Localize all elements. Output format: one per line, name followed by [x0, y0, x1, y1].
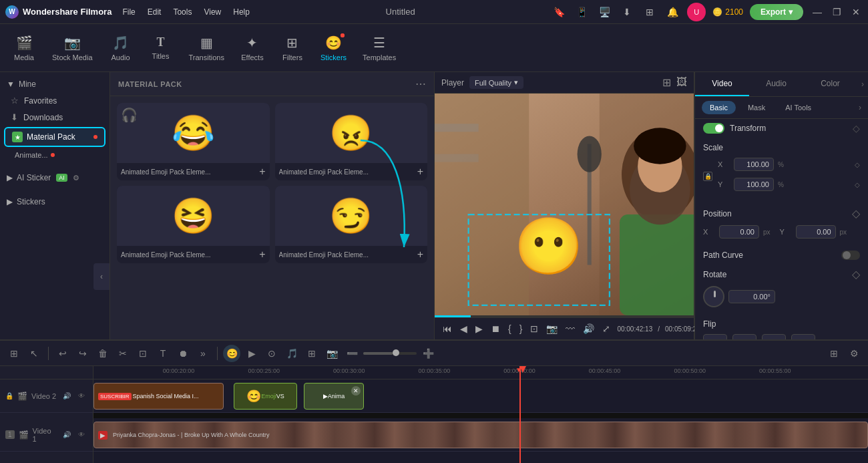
downloads-item[interactable]: ⬇ Downloads — [0, 109, 110, 126]
clip-video2b[interactable]: 😊 Emoji VS — [234, 383, 297, 410]
frame-back-icon[interactable]: ◀ — [459, 322, 469, 335]
toolbar-effects[interactable]: ✦ Effects — [234, 31, 271, 65]
flip-alt2-button[interactable]: ⬚ — [791, 334, 815, 339]
tl-cut-icon[interactable]: ✂ — [114, 345, 132, 362]
menu-file[interactable]: File — [122, 7, 135, 17]
grid-view-icon[interactable]: ⊞ — [662, 76, 671, 89]
snapshot-icon[interactable]: 📷 — [545, 322, 559, 335]
stop-icon[interactable]: ⏹ — [489, 322, 501, 335]
sticker-item-2[interactable]: 😠 Animated Emoji Pack Eleme... + — [275, 103, 428, 180]
sub-tabs-more-icon[interactable]: › — [859, 103, 861, 112]
menu-edit[interactable]: Edit — [148, 7, 162, 17]
tl-text-icon[interactable]: T — [154, 345, 172, 362]
toolbar-templates[interactable]: ☰ Templates — [356, 31, 403, 65]
tl-stabilize-icon[interactable]: ⊙ — [263, 345, 280, 362]
tl-camera-icon[interactable]: 📷 — [323, 345, 341, 362]
player-quality-selector[interactable]: Full Quality ▾ — [469, 76, 523, 89]
rotate-keyframe-icon[interactable]: ◇ — [852, 268, 860, 281]
monitor-icon[interactable]: 🖥️ — [596, 4, 612, 20]
tabs-chevron-icon[interactable]: › — [857, 73, 868, 96]
position-keyframe-icon[interactable]: ◇ — [852, 207, 860, 220]
set-in-icon[interactable]: { — [507, 322, 513, 335]
rotate-input[interactable] — [728, 290, 775, 303]
video1-speaker-icon[interactable]: 🔊 — [61, 429, 73, 441]
clip-video2a[interactable]: SUSCRIBIR Spanish Social Media I... — [93, 383, 224, 410]
scale-y-input[interactable] — [734, 178, 774, 191]
play-icon[interactable]: ▶ — [474, 322, 484, 335]
tl-crop-icon[interactable]: ⊡ — [134, 345, 152, 362]
tl-more-icon[interactable]: » — [194, 345, 212, 362]
pos-x-input[interactable] — [719, 225, 759, 239]
flip-alt1-button[interactable]: ⬚ — [762, 334, 786, 339]
motion-icon[interactable]: 〰 — [564, 322, 576, 335]
animated-sub-item[interactable]: Animate... — [0, 148, 110, 162]
minimize-button[interactable]: — — [810, 5, 825, 19]
tl-redo-icon[interactable]: ↪ — [74, 345, 91, 362]
sticker-add-4[interactable]: + — [417, 249, 423, 261]
transform-keyframe-icon[interactable]: ◇ — [853, 123, 860, 134]
pos-y-input[interactable] — [796, 225, 836, 239]
tab-audio[interactable]: Audio — [749, 72, 803, 96]
clip-video1[interactable]: ▶ Priyanka Chopra-Jonas - | Broke Up Wit… — [93, 422, 868, 448]
scale-x-keyframe-icon[interactable]: ◇ — [855, 161, 860, 168]
sticker-add-3[interactable]: + — [259, 249, 265, 261]
material-pack-item[interactable]: ★ Material Pack — [4, 127, 105, 147]
bookmark-icon[interactable]: 🔖 — [551, 4, 567, 20]
sticker-item-3[interactable]: 😆 Animated Emoji Pack Eleme... + — [117, 186, 270, 263]
scale-y-keyframe-icon[interactable]: ◇ — [855, 181, 860, 188]
toolbar-stock[interactable]: 📷 Stock Media — [45, 31, 99, 65]
skip-back-icon[interactable]: ⏮ — [441, 322, 453, 335]
toolbar-transitions[interactable]: ▦ Transitions — [182, 31, 231, 65]
video1-eye-icon[interactable]: 👁 — [75, 429, 87, 441]
toolbar-filters[interactable]: ⊞ Filters — [274, 31, 311, 65]
sticker-item-1[interactable]: 😂 🎧 Animated Emoji Pack Eleme... + — [117, 103, 270, 180]
flip-horizontal-button[interactable]: ⇅ — [703, 334, 727, 339]
volume-icon[interactable]: 🔊 — [582, 322, 596, 335]
subtab-ai-tools[interactable]: AI Tools — [777, 101, 819, 114]
tab-video[interactable]: Video — [695, 72, 749, 96]
menu-view[interactable]: View — [204, 7, 221, 17]
toolbar-titles[interactable]: T Titles — [142, 31, 180, 64]
subtab-basic[interactable]: Basic — [702, 101, 736, 114]
tl-undo-icon[interactable]: ↩ — [54, 345, 71, 362]
close-button[interactable]: ✕ — [849, 5, 863, 19]
rotate-dial[interactable] — [703, 286, 724, 307]
toolbar-media[interactable]: 🎬 Media — [5, 31, 43, 65]
sticker-item-4[interactable]: 😏 Animated Emoji Pack Eleme... + — [275, 186, 428, 263]
apps-icon[interactable]: ⊞ — [642, 4, 658, 20]
compare-view-icon[interactable]: 🖼 — [676, 76, 687, 89]
tl-sticker-icon[interactable]: 😊 — [223, 345, 240, 362]
bell-icon[interactable]: 🔔 — [664, 4, 680, 20]
tl-delete-icon[interactable]: 🗑 — [94, 345, 112, 362]
export-button[interactable]: Export ▾ — [750, 4, 803, 20]
tl-select-icon[interactable]: ↖ — [25, 345, 43, 362]
tl-record-icon[interactable]: ⏺ — [174, 345, 192, 362]
flip-vertical-button[interactable]: ⇄ — [732, 334, 756, 339]
stickers-section-header[interactable]: ▶ Stickers — [0, 194, 110, 210]
tl-zoom-out-icon[interactable]: ➖ — [343, 345, 361, 362]
menu-tools[interactable]: Tools — [173, 7, 192, 17]
scale-x-input[interactable] — [734, 158, 774, 171]
lock-icon[interactable]: 🔒 — [703, 172, 712, 181]
sticker-add-2[interactable]: + — [417, 166, 423, 178]
set-out-icon[interactable]: } — [518, 322, 524, 335]
player-timeline-progress[interactable] — [435, 315, 694, 317]
transform-toggle[interactable] — [703, 123, 724, 134]
more-icon[interactable]: ⤢ — [601, 322, 612, 335]
tl-zoom-in-icon[interactable]: ➕ — [419, 345, 437, 362]
toolbar-audio[interactable]: 🎵 Audio — [102, 31, 140, 65]
tl-ai-icon[interactable]: ⊞ — [303, 345, 320, 362]
favorites-item[interactable]: ☆ Favorites — [0, 92, 110, 109]
tl-audio-icon[interactable]: 🎵 — [283, 345, 300, 362]
panel-collapse-button[interactable]: ‹ — [93, 263, 110, 290]
tl-settings-icon[interactable]: ⚙ — [845, 345, 863, 362]
tl-zoom-track[interactable] — [363, 352, 417, 355]
tl-grid-icon[interactable]: ⊞ — [825, 345, 843, 362]
sticker-menu-icon[interactable]: ⋯ — [415, 78, 426, 90]
toolbar-stickers[interactable]: 😊 Stickers — [314, 31, 353, 65]
devices-icon[interactable]: 📱 — [574, 4, 590, 20]
tl-preview-icon[interactable]: ▶ — [243, 345, 260, 362]
clip-video2c[interactable]: ▶ Anima ✕ — [304, 383, 364, 410]
clip-video2c-remove[interactable]: ✕ — [351, 386, 361, 396]
maximize-button[interactable]: ❐ — [830, 5, 844, 19]
